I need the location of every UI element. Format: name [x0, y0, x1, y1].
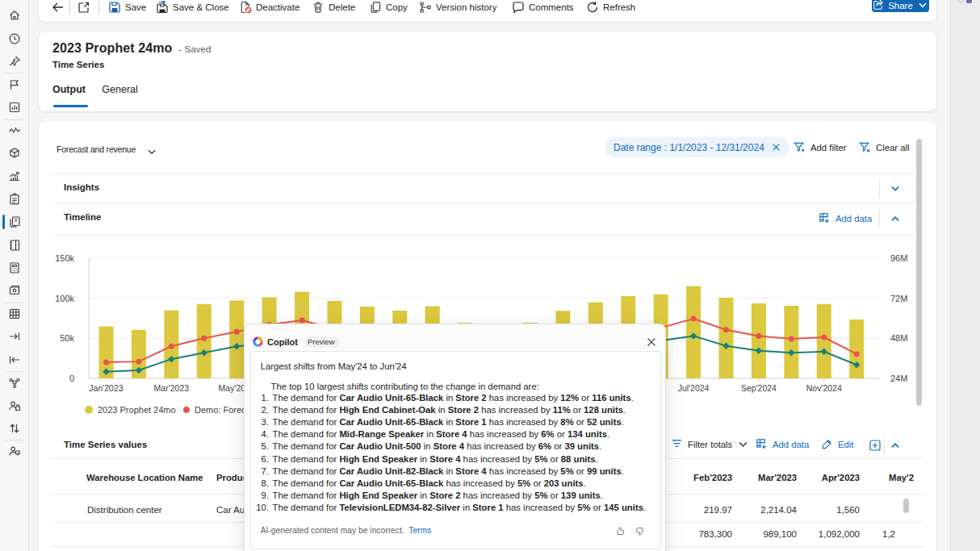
svg-text:48M: 48M [890, 333, 907, 343]
svg-text:150k: 150k [55, 253, 74, 263]
svg-text:Nov'2024: Nov'2024 [806, 383, 842, 393]
svg-text:Jan'2023: Jan'2023 [89, 383, 123, 393]
svg-text:Jul'2024: Jul'2024 [678, 383, 710, 393]
svg-text:2023 Prophet 24mo: 2023 Prophet 24mo [98, 405, 176, 415]
svg-text:50k: 50k [60, 333, 74, 343]
svg-text:72M: 72M [890, 294, 907, 303]
svg-text:96M: 96M [890, 253, 907, 263]
svg-text:Sep'2024: Sep'2024 [741, 383, 777, 393]
svg-text:0: 0 [69, 374, 74, 383]
svg-text:100k: 100k [55, 294, 74, 303]
svg-text:Mar'2023: Mar'2023 [154, 383, 190, 393]
svg-text:24M: 24M [890, 374, 907, 383]
